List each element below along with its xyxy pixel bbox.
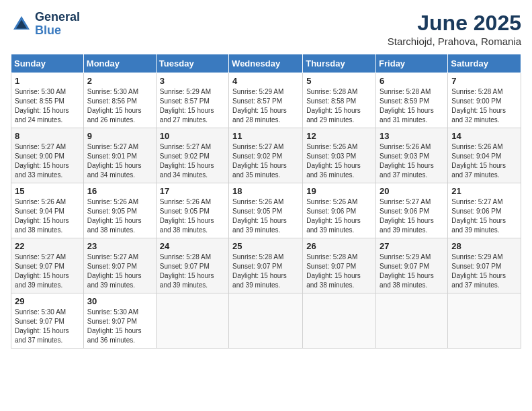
day-number: 2 — [87, 76, 152, 86]
day-info: Sunrise: 5:27 AM Sunset: 9:00 PM Dayligh… — [15, 142, 80, 180]
table-cell: 22 Sunrise: 5:27 AM Sunset: 9:07 PM Dayl… — [11, 238, 84, 293]
day-number: 30 — [87, 296, 152, 306]
table-cell — [448, 293, 521, 349]
day-info: Sunrise: 5:27 AM Sunset: 9:02 PM Dayligh… — [160, 142, 225, 180]
table-cell: 7 Sunrise: 5:28 AM Sunset: 9:00 PM Dayli… — [448, 73, 521, 128]
header-thursday: Thursday — [303, 54, 376, 73]
day-info: Sunrise: 5:28 AM Sunset: 8:59 PM Dayligh… — [380, 87, 444, 125]
day-number: 23 — [87, 241, 152, 251]
day-info: Sunrise: 5:28 AM Sunset: 9:07 PM Dayligh… — [160, 253, 225, 290]
day-info: Sunrise: 5:27 AM Sunset: 9:02 PM Dayligh… — [232, 142, 299, 180]
day-info: Sunrise: 5:29 AM Sunset: 8:57 PM Dayligh… — [232, 87, 299, 125]
header-friday: Friday — [376, 54, 448, 73]
day-number: 6 — [380, 76, 444, 86]
table-cell: 23 Sunrise: 5:27 AM Sunset: 9:07 PM Dayl… — [83, 238, 156, 293]
table-cell: 30 Sunrise: 5:30 AM Sunset: 9:07 PM Dayl… — [83, 293, 156, 349]
table-cell: 15 Sunrise: 5:26 AM Sunset: 9:04 PM Dayl… — [11, 183, 84, 238]
table-cell: 27 Sunrise: 5:29 AM Sunset: 9:07 PM Dayl… — [376, 238, 448, 293]
day-number: 14 — [451, 131, 517, 141]
day-number: 11 — [232, 131, 299, 141]
day-info: Sunrise: 5:26 AM Sunset: 9:03 PM Dayligh… — [380, 142, 444, 180]
table-cell: 3 Sunrise: 5:29 AM Sunset: 8:57 PM Dayli… — [156, 73, 228, 128]
day-number: 16 — [87, 186, 152, 196]
day-number: 28 — [451, 241, 517, 251]
day-number: 9 — [87, 131, 152, 141]
day-info: Sunrise: 5:26 AM Sunset: 9:05 PM Dayligh… — [87, 197, 152, 235]
day-number: 7 — [451, 76, 517, 86]
day-number: 8 — [15, 131, 80, 141]
day-number: 5 — [306, 76, 372, 86]
calendar-table: Sunday Monday Tuesday Wednesday Thursday… — [11, 54, 521, 349]
table-cell: 19 Sunrise: 5:26 AM Sunset: 9:06 PM Dayl… — [303, 183, 376, 238]
day-info: Sunrise: 5:29 AM Sunset: 8:57 PM Dayligh… — [160, 87, 225, 125]
day-number: 21 — [451, 186, 517, 196]
header-sunday: Sunday — [11, 54, 84, 73]
table-cell: 10 Sunrise: 5:27 AM Sunset: 9:02 PM Dayl… — [156, 128, 228, 183]
table-cell: 24 Sunrise: 5:28 AM Sunset: 9:07 PM Dayl… — [156, 238, 228, 293]
day-number: 29 — [15, 296, 80, 306]
header-monday: Monday — [83, 54, 156, 73]
day-info: Sunrise: 5:30 AM Sunset: 8:56 PM Dayligh… — [87, 87, 152, 125]
day-number: 10 — [160, 131, 225, 141]
table-cell: 29 Sunrise: 5:30 AM Sunset: 9:07 PM Dayl… — [11, 293, 84, 349]
table-cell: 18 Sunrise: 5:26 AM Sunset: 9:05 PM Dayl… — [229, 183, 303, 238]
logo-icon — [11, 13, 32, 35]
day-number: 27 — [380, 241, 444, 251]
day-info: Sunrise: 5:28 AM Sunset: 9:07 PM Dayligh… — [232, 253, 299, 290]
table-cell: 5 Sunrise: 5:28 AM Sunset: 8:58 PM Dayli… — [303, 73, 376, 128]
day-info: Sunrise: 5:26 AM Sunset: 9:05 PM Dayligh… — [160, 197, 225, 235]
table-cell — [229, 293, 303, 349]
day-info: Sunrise: 5:26 AM Sunset: 9:04 PM Dayligh… — [451, 142, 517, 180]
day-info: Sunrise: 5:27 AM Sunset: 9:06 PM Dayligh… — [451, 197, 517, 235]
table-cell: 12 Sunrise: 5:26 AM Sunset: 9:03 PM Dayl… — [303, 128, 376, 183]
table-cell: 11 Sunrise: 5:27 AM Sunset: 9:02 PM Dayl… — [229, 128, 303, 183]
table-cell: 9 Sunrise: 5:27 AM Sunset: 9:01 PM Dayli… — [83, 128, 156, 183]
header-tuesday: Tuesday — [156, 54, 228, 73]
day-info: Sunrise: 5:30 AM Sunset: 8:55 PM Dayligh… — [15, 87, 80, 125]
table-cell: 8 Sunrise: 5:27 AM Sunset: 9:00 PM Dayli… — [11, 128, 84, 183]
day-number: 26 — [306, 241, 372, 251]
day-info: Sunrise: 5:28 AM Sunset: 8:58 PM Dayligh… — [306, 87, 372, 125]
day-number: 1 — [15, 76, 80, 86]
month-title: June 2025 — [388, 11, 521, 36]
table-cell: 1 Sunrise: 5:30 AM Sunset: 8:55 PM Dayli… — [11, 73, 84, 128]
day-info: Sunrise: 5:27 AM Sunset: 9:07 PM Dayligh… — [15, 253, 80, 290]
day-info: Sunrise: 5:26 AM Sunset: 9:05 PM Dayligh… — [232, 197, 299, 235]
table-cell — [303, 293, 376, 349]
table-cell: 28 Sunrise: 5:29 AM Sunset: 9:07 PM Dayl… — [448, 238, 521, 293]
title-area: June 2025 Starchiojd, Prahova, Romania — [388, 11, 521, 47]
table-cell: 4 Sunrise: 5:29 AM Sunset: 8:57 PM Dayli… — [229, 73, 303, 128]
day-info: Sunrise: 5:26 AM Sunset: 9:06 PM Dayligh… — [306, 197, 372, 235]
day-info: Sunrise: 5:29 AM Sunset: 9:07 PM Dayligh… — [451, 253, 517, 290]
day-info: Sunrise: 5:27 AM Sunset: 9:01 PM Dayligh… — [87, 142, 152, 180]
day-number: 19 — [306, 186, 372, 196]
table-cell: 25 Sunrise: 5:28 AM Sunset: 9:07 PM Dayl… — [229, 238, 303, 293]
header: General Blue June 2025 Starchiojd, Praho… — [11, 11, 521, 47]
weekday-header-row: Sunday Monday Tuesday Wednesday Thursday… — [11, 54, 521, 73]
day-info: Sunrise: 5:30 AM Sunset: 9:07 PM Dayligh… — [87, 308, 152, 345]
day-info: Sunrise: 5:29 AM Sunset: 9:07 PM Dayligh… — [380, 253, 444, 290]
day-number: 18 — [232, 186, 299, 196]
day-info: Sunrise: 5:27 AM Sunset: 9:07 PM Dayligh… — [87, 253, 152, 290]
table-cell: 26 Sunrise: 5:28 AM Sunset: 9:07 PM Dayl… — [303, 238, 376, 293]
day-number: 24 — [160, 241, 225, 251]
day-number: 25 — [232, 241, 299, 251]
table-cell: 6 Sunrise: 5:28 AM Sunset: 8:59 PM Dayli… — [376, 73, 448, 128]
day-info: Sunrise: 5:28 AM Sunset: 9:07 PM Dayligh… — [306, 253, 372, 290]
day-info: Sunrise: 5:26 AM Sunset: 9:03 PM Dayligh… — [306, 142, 372, 180]
logo-line2: Blue — [35, 24, 61, 37]
day-number: 13 — [380, 131, 444, 141]
day-info: Sunrise: 5:30 AM Sunset: 9:07 PM Dayligh… — [15, 308, 80, 345]
day-info: Sunrise: 5:27 AM Sunset: 9:06 PM Dayligh… — [380, 197, 444, 235]
table-cell: 17 Sunrise: 5:26 AM Sunset: 9:05 PM Dayl… — [156, 183, 228, 238]
header-wednesday: Wednesday — [229, 54, 303, 73]
table-cell — [376, 293, 448, 349]
table-cell: 2 Sunrise: 5:30 AM Sunset: 8:56 PM Dayli… — [83, 73, 156, 128]
day-info: Sunrise: 5:28 AM Sunset: 9:00 PM Dayligh… — [451, 87, 517, 125]
day-number: 15 — [15, 186, 80, 196]
day-number: 3 — [160, 76, 225, 86]
header-saturday: Saturday — [448, 54, 521, 73]
day-number: 17 — [160, 186, 225, 196]
table-cell — [156, 293, 228, 349]
table-cell: 20 Sunrise: 5:27 AM Sunset: 9:06 PM Dayl… — [376, 183, 448, 238]
